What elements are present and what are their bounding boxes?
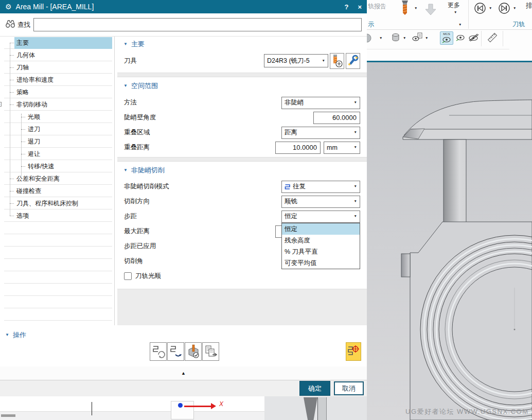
cut-mode-label: 非陡峭切削模式 [124, 182, 281, 191]
chevron-down-icon[interactable]: ▼ [458, 23, 462, 27]
stepover-dropdown[interactable]: 恒定 ▼ [281, 211, 360, 223]
skip-to-end-button[interactable] [498, 2, 510, 16]
method-row: 方法 非陡峭 ▼ [117, 95, 367, 110]
chevron-down-icon[interactable]: ▼ [379, 37, 382, 40]
x-axis-arrowhead [211, 403, 216, 409]
horizontal-scrollbar-thumb[interactable] [1, 414, 15, 417]
show-mcs-button[interactable]: MCS [440, 31, 453, 45]
highlighted-toolpath-button[interactable] [346, 342, 361, 361]
new-tool-button[interactable] [330, 53, 344, 69]
tool-dropdown[interactable]: D24R3 (铣刀-5 ▼ [264, 54, 328, 67]
sidebar-item-engage[interactable]: 进刀 [4, 123, 112, 135]
mcs-label: MCS [440, 32, 453, 36]
dropdown-option-variable-average[interactable]: 可变平均值 [282, 257, 360, 269]
horizontal-scrollbar-track[interactable] [0, 411, 264, 420]
edit-tool-button[interactable] [346, 53, 360, 69]
cut-direction-dropdown[interactable]: 顺铣 ▼ [281, 196, 360, 208]
chevron-down-icon[interactable]: ▼ [425, 37, 428, 40]
collapse-arrow-icon[interactable]: ▲ [181, 371, 186, 376]
geometry-cylinder-icon[interactable] [391, 32, 401, 45]
chevron-down-icon[interactable]: ▼ [513, 7, 516, 10]
chevron-down-icon: ▼ [354, 101, 357, 104]
cut-direction-row: 切削方向 顺铣 ▼ [117, 194, 367, 209]
sidebar-item-geometry[interactable]: 几何体 [4, 49, 112, 61]
stepover-row: 步距 恒定 ▼ 恒定 残余高度 % 刀具平直 可变平均值 [117, 209, 367, 224]
dropdown-option-scallop[interactable]: 残余高度 [282, 235, 360, 246]
area-mill-dialog: ⚙ Area Mill - [AREA_MILL] ? × 查找 主要 几何体 … [0, 0, 367, 396]
sidebar-item-transfer-rapid[interactable]: 转移/快速 [4, 160, 112, 172]
overlap-distance-unit-dropdown[interactable]: mm ▼ [324, 142, 360, 154]
sidebar-item-smoothing[interactable]: 光顺 [4, 111, 112, 123]
download-arrow-icon[interactable] [423, 3, 438, 20]
partial-ribbon-label: 排 [526, 1, 532, 10]
sidebar-item-avoidance[interactable]: 避让 [4, 148, 112, 160]
chevron-down-icon[interactable]: ▼ [403, 37, 406, 40]
sidebar-item-retract[interactable]: 退刀 [4, 135, 112, 148]
ribbon-separator [481, 31, 482, 46]
graphics-viewport[interactable]: UG爱好者论坛 WWW.UGSNX.COM [367, 62, 532, 420]
section-header-actions[interactable]: ▼ 操作 [0, 328, 367, 342]
help-button[interactable]: ? [344, 3, 348, 11]
stepover-dropdown-list: 恒定 残余高度 % 刀具平直 可变平均值 [281, 223, 360, 269]
skip-to-start-button[interactable] [474, 2, 486, 16]
overlap-region-row: 重叠区域 距离 ▼ [117, 125, 367, 140]
tree-collapse-toggle[interactable]: − [0, 102, 2, 107]
sidebar-item-tool-program-machine[interactable]: 刀具、程序和机床控制 [4, 197, 112, 209]
chevron-down-icon[interactable]: ▼ [454, 11, 457, 14]
stepover-label: 步距 [124, 212, 281, 221]
content-divider [114, 37, 115, 325]
toolpath-report-button[interactable]: 轨报告 [368, 2, 386, 11]
cut-mode-dropdown[interactable]: 往复 ▼ [281, 181, 360, 193]
cut-direction-label: 切削方向 [124, 197, 281, 206]
dialog-content: 主要 几何体 刀轴 进给率和速度 策略 非切削移动− 光顺 进刀 退刀 避让 转… [0, 36, 367, 325]
more-button[interactable]: 更多 [448, 1, 460, 10]
overlap-region-dropdown[interactable]: 距离 ▼ [281, 127, 360, 139]
bottom-viewport-strip [264, 396, 367, 420]
close-button[interactable]: × [358, 3, 362, 11]
partial-tool-icon[interactable] [367, 33, 374, 45]
sidebar-item-main[interactable]: 主要 [4, 37, 112, 49]
sidebar-item-tolerance-safety[interactable]: 公差和安全距离 [4, 172, 112, 185]
steep-wall-angle-row: 陡峭壁角度 60.0000 [117, 110, 367, 125]
steep-wall-angle-input[interactable]: 60.0000 [313, 112, 360, 124]
x-axis-label: X [219, 400, 223, 408]
method-dropdown[interactable]: 非陡峭 ▼ [281, 97, 360, 109]
ribbon-separator [367, 49, 509, 49]
section-header-main[interactable]: ▼ 主要 [117, 38, 367, 51]
show-dialog-eye-icon[interactable] [412, 32, 422, 44]
sidebar-item-strategy[interactable]: 策略 [4, 86, 112, 98]
show-eye-icon[interactable] [455, 33, 466, 44]
sidebar-item-feeds-speeds[interactable]: 进给率和速度 [4, 74, 112, 86]
dropdown-option-constant[interactable]: 恒定 [282, 223, 360, 235]
generate-toolpath-button[interactable] [150, 342, 167, 361]
toolpath-smoothing-checkbox[interactable] [124, 272, 132, 280]
list-output-button[interactable] [202, 342, 219, 361]
wcs-marker-box [171, 401, 194, 419]
sidebar-item-non-cutting-moves[interactable]: 非切削移动− [4, 98, 112, 111]
max-distance-label: 最大距离 [124, 227, 275, 236]
section-separator [117, 157, 367, 162]
overlap-distance-input[interactable]: 10.0000 [275, 142, 321, 154]
chevron-down-icon[interactable]: ▼ [489, 7, 492, 10]
chevron-down-icon[interactable]: ▼ [414, 7, 417, 10]
hide-eye-slash-icon[interactable] [468, 33, 479, 44]
screw-tool-icon[interactable] [399, 0, 411, 20]
verify-toolpath-button[interactable] [185, 342, 202, 361]
sidebar-item-options[interactable]: 选项 [4, 209, 112, 222]
cancel-button[interactable]: 取消 [334, 381, 364, 395]
steep-wall-angle-label: 陡峭壁角度 [124, 113, 313, 122]
sidebar-item-collision-check[interactable]: 碰撞检查 [4, 185, 112, 197]
replay-toolpath-button[interactable] [167, 342, 184, 361]
ok-button[interactable]: 确定 [299, 381, 330, 396]
dialog-titlebar[interactable]: ⚙ Area Mill - [AREA_MILL] ? × [0, 0, 367, 13]
sidebar-item-tool-axis[interactable]: 刀轴 [4, 61, 112, 74]
section-triangle-icon: ▼ [5, 333, 9, 337]
wcs-origin-dot [178, 403, 183, 408]
section-header-non-steep-cutting[interactable]: ▼ 非陡峭切削 [117, 164, 367, 177]
toolpath-group-label: 刀轨 [512, 20, 525, 29]
search-input[interactable] [33, 18, 362, 31]
zigzag-icon [285, 184, 291, 190]
measure-ruler-icon[interactable] [486, 31, 499, 46]
dropdown-option-tool-flat[interactable]: % 刀具平直 [282, 246, 360, 257]
section-header-space-range[interactable]: ▼ 空间范围 [117, 79, 367, 93]
